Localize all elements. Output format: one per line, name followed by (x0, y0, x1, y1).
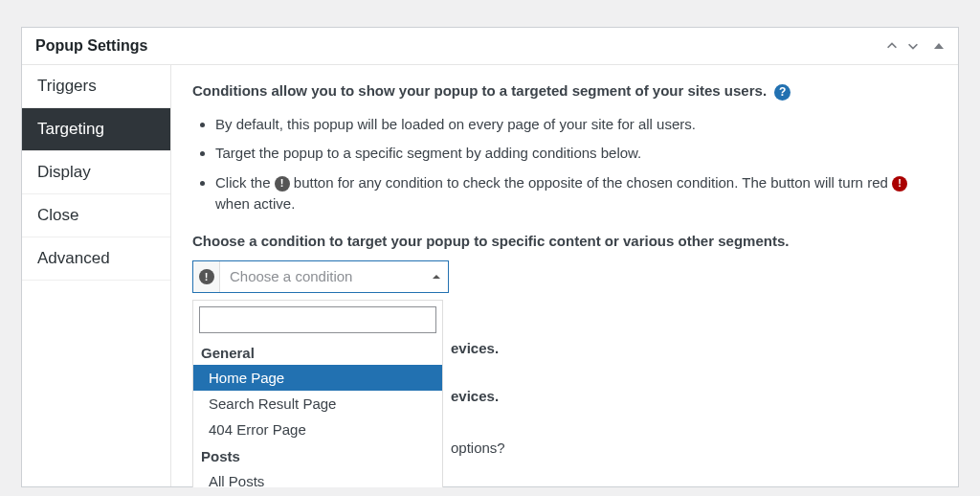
dropdown-group-label: General (193, 339, 442, 365)
tab-advanced[interactable]: Advanced (22, 237, 170, 281)
collapse-toggle-icon[interactable] (933, 40, 945, 52)
tab-triggers[interactable]: Triggers (22, 65, 170, 108)
panel-body: Triggers Targeting Display Close Advance… (22, 65, 958, 486)
settings-tabs: Triggers Targeting Display Close Advance… (22, 65, 171, 486)
bullet-not-prefix: Click the (215, 174, 275, 191)
tab-targeting[interactable]: Targeting (22, 108, 170, 151)
intro-text: Conditions allow you to show your popup … (192, 82, 937, 101)
dropdown-option-all-posts[interactable]: All Posts (193, 468, 442, 487)
obscured-text-fragment-3: options? (451, 440, 505, 456)
move-up-icon[interactable] (885, 39, 899, 53)
not-icon: ! (199, 269, 214, 284)
popup-settings-panel: Popup Settings Triggers Targeting Displa… (21, 27, 959, 487)
tab-content-targeting: Conditions allow you to show your popup … (171, 65, 958, 486)
panel-title: Popup Settings (35, 37, 147, 55)
dropdown-option-home-page[interactable]: Home Page (193, 365, 442, 391)
chevron-up-icon (425, 261, 448, 292)
choose-condition-heading: Choose a condition to target your popup … (192, 233, 937, 249)
panel-order-controls (885, 39, 920, 53)
bullet-item: Target the popup to a specific segment b… (215, 143, 937, 165)
panel-header: Popup Settings (22, 28, 958, 65)
obscured-heading-fragment-2: evices. (451, 388, 499, 404)
bullet-item-not: Click the ! button for any condition to … (215, 172, 937, 215)
dropdown-group-label: Posts (193, 442, 442, 468)
bullet-not-suffix: button for any condition to check the op… (290, 174, 892, 191)
tab-close[interactable]: Close (22, 194, 170, 237)
not-condition-icon: ! (275, 176, 290, 192)
condition-dropdown: General Home Page Search Result Page 404… (192, 300, 443, 487)
condition-not-toggle[interactable]: ! (193, 261, 220, 292)
condition-select[interactable]: ! Choose a condition (192, 260, 449, 293)
dropdown-option-404-error-page[interactable]: 404 Error Page (193, 417, 442, 442)
tab-display[interactable]: Display (22, 151, 170, 194)
dropdown-search-input[interactable] (199, 306, 436, 333)
info-bullets: By default, this popup will be loaded on… (215, 114, 937, 215)
obscured-heading-fragment-1: evices. (451, 340, 499, 356)
panel-controls (885, 39, 945, 53)
not-active-icon: ! (892, 176, 907, 192)
condition-select-row: ! Choose a condition General Home Page S… (192, 260, 937, 293)
dropdown-option-search-result-page[interactable]: Search Result Page (193, 391, 442, 417)
intro-bold: Conditions allow you to show your popup … (192, 82, 767, 99)
move-down-icon[interactable] (906, 39, 920, 53)
help-icon[interactable]: ? (774, 84, 791, 101)
bullet-item: By default, this popup will be loaded on… (215, 114, 937, 136)
bullet-not-tail: when active. (215, 195, 295, 212)
dropdown-search-wrap (193, 301, 442, 339)
condition-select-placeholder: Choose a condition (220, 261, 425, 292)
